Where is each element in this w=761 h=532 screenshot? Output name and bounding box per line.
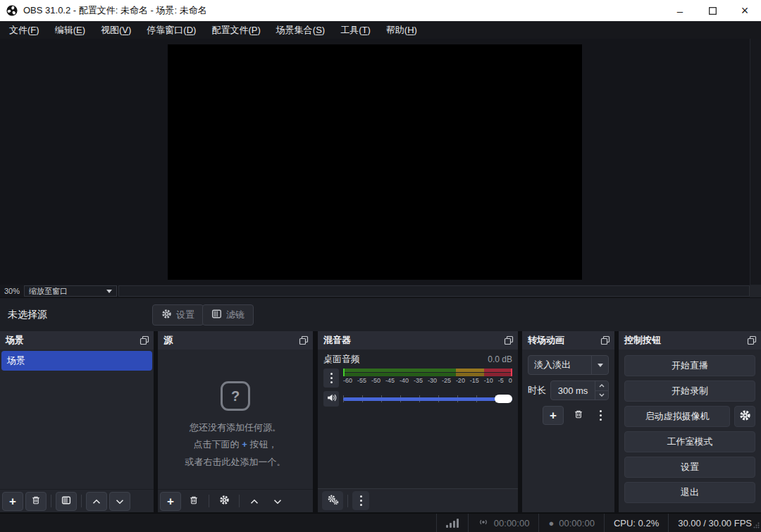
menu-profile[interactable]: 配置文件(P)	[204, 21, 268, 39]
gear-icon	[161, 309, 172, 321]
source-filters-button[interactable]: 滤镜	[202, 304, 254, 326]
maximize-button[interactable]	[696, 0, 729, 21]
menu-tools[interactable]: 工具(T)	[333, 21, 378, 39]
double-gear-icon	[327, 494, 339, 507]
sources-list[interactable]: ? 您还没有添加任何源。 点击下面的 + 按钮， 或者右击此处添加一个。 +	[158, 349, 313, 512]
popout-icon[interactable]	[140, 335, 149, 345]
scene-move-up-button[interactable]	[86, 492, 107, 511]
spin-down-button[interactable]	[595, 390, 608, 400]
mixer-body: 桌面音频 0.0 dB -60-55-50-4	[318, 349, 518, 512]
sources-header[interactable]: 源	[158, 331, 313, 349]
source-properties-button[interactable]: 设置	[152, 304, 204, 326]
controls-title: 控制按钮	[624, 334, 661, 347]
preview-canvas[interactable]	[168, 44, 582, 280]
menu-scene-collection[interactable]: 场景集合(S)	[268, 21, 333, 39]
spin-up-button[interactable]	[595, 381, 608, 390]
sources-toolbar: +	[158, 489, 313, 512]
mixer-header[interactable]: 混音器	[318, 331, 518, 349]
menu-help[interactable]: 帮助(H)	[378, 21, 425, 39]
transitions-title: 转场动画	[528, 334, 564, 347]
preview-vertical-scrollbar[interactable]	[750, 39, 761, 285]
start-virtual-cam-button[interactable]: 启动虚拟摄像机	[624, 406, 730, 427]
chevron-up-icon	[92, 496, 101, 507]
exit-button[interactable]: 退出	[624, 482, 755, 503]
meter-tick: -55	[357, 377, 366, 384]
meter-tick: -20	[456, 377, 465, 384]
minimize-button[interactable]: –	[664, 0, 696, 21]
virtual-cam-settings-button[interactable]	[734, 406, 755, 427]
chevron-down-icon	[591, 356, 608, 374]
meter-tick: -35	[414, 377, 423, 384]
virtual-cam-row: 启动虚拟摄像机	[624, 406, 755, 427]
transitions-header[interactable]: 转场动画	[522, 331, 614, 349]
dock-area: 场景 场景 + 源	[0, 331, 761, 513]
scenes-header[interactable]: 场景	[0, 331, 154, 349]
meter-scale: -60-55-50-45-40-35-30-25-20-15-10-50	[343, 377, 512, 384]
window-title: OBS 31.0.2 - 配置文件: 未命名 - 场景: 未命名	[23, 4, 207, 17]
add-source-button[interactable]: +	[160, 492, 181, 511]
popout-icon[interactable]	[504, 335, 514, 345]
gear-icon	[739, 409, 751, 423]
menu-edit[interactable]: 编辑(E)	[47, 21, 93, 39]
chevron-up-icon	[250, 496, 259, 507]
meter-tick: -5	[498, 377, 504, 384]
start-streaming-button[interactable]: 开始直播	[624, 355, 755, 376]
volume-slider[interactable]	[343, 393, 512, 404]
duration-spinbox[interactable]: 300 ms	[550, 381, 609, 400]
slider-handle[interactable]	[495, 395, 512, 403]
popout-icon[interactable]	[299, 335, 309, 345]
transition-select[interactable]: 淡入淡出	[528, 355, 609, 375]
statusbar: 00:00:00 ● 00:00:00 CPU: 0.2% 30.00 / 30…	[0, 513, 761, 532]
scene-move-down-button[interactable]	[109, 492, 130, 511]
empty-hint-line3: 或者右击此处添加一个。	[185, 454, 286, 471]
filters-icon	[211, 309, 222, 321]
menu-docks[interactable]: 停靠窗口(D)	[139, 21, 204, 39]
preview-area	[0, 39, 761, 285]
duration-value: 300 ms	[551, 381, 595, 400]
start-recording-button[interactable]: 开始录制	[624, 381, 755, 402]
add-scene-button[interactable]: +	[2, 492, 23, 511]
scenes-list: 场景 +	[0, 349, 154, 512]
transition-menu-button[interactable]	[593, 406, 607, 425]
empty-hint-line2: 点击下面的 + 按钮，	[194, 436, 278, 453]
source-properties-button[interactable]	[214, 492, 235, 511]
mute-button[interactable]	[323, 391, 339, 407]
sources-title: 源	[163, 334, 173, 347]
resize-grip[interactable]	[753, 520, 760, 531]
studio-mode-button[interactable]: 工作室模式	[624, 431, 755, 452]
scene-filters-button[interactable]	[56, 492, 77, 511]
scene-list-item[interactable]: 场景	[1, 351, 152, 371]
channel-menu-button[interactable]	[323, 369, 339, 388]
question-mark-icon: ?	[221, 381, 250, 411]
no-source-label: 未选择源	[0, 309, 47, 321]
zoom-row: 30% 缩放至窗口	[0, 285, 761, 297]
zoom-mode-dropdown[interactable]: 缩放至窗口	[24, 285, 117, 297]
scenes-title: 场景	[6, 334, 24, 347]
duration-label: 时长	[528, 384, 546, 397]
remove-scene-button[interactable]	[25, 492, 47, 511]
close-button[interactable]: ×	[729, 0, 761, 21]
popout-icon[interactable]	[747, 335, 757, 345]
source-move-down-button[interactable]	[267, 492, 288, 511]
source-move-up-button[interactable]	[244, 492, 265, 511]
popout-icon[interactable]	[600, 335, 610, 345]
remove-transition-button[interactable]	[568, 406, 589, 425]
settings-button[interactable]: 设置	[624, 457, 755, 478]
chevron-down-icon	[116, 496, 124, 507]
advanced-audio-button[interactable]	[322, 491, 343, 510]
add-transition-button[interactable]: +	[543, 406, 564, 425]
chevron-down-icon	[273, 496, 282, 507]
filters-icon	[61, 495, 71, 507]
preview-horizontal-scrollbar[interactable]	[118, 285, 750, 297]
spin-arrows	[595, 381, 608, 400]
channel-db-value: 0.0 dB	[488, 354, 512, 364]
menu-file[interactable]: 文件(F)	[1, 21, 47, 39]
sources-empty-state: ? 您还没有添加任何源。 点击下面的 + 按钮， 或者右击此处添加一个。	[158, 368, 313, 484]
obs-window: OBS 31.0.2 - 配置文件: 未命名 - 场景: 未命名 – × 文件(…	[0, 0, 761, 532]
remove-source-button[interactable]	[183, 492, 204, 511]
menu-view[interactable]: 视图(V)	[93, 21, 139, 39]
mixer-menu-button[interactable]	[352, 491, 369, 510]
toolbar-separator	[239, 495, 240, 507]
controls-header[interactable]: 控制按钮	[619, 331, 761, 349]
meter-tick: -10	[484, 377, 493, 384]
